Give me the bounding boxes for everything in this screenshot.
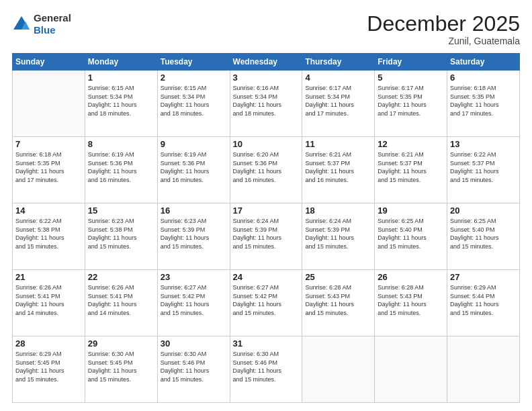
col-saturday: Saturday xyxy=(447,54,520,71)
day-number: 14 xyxy=(15,205,82,216)
table-row: 21Sunrise: 6:26 AM Sunset: 5:41 PM Dayli… xyxy=(13,270,85,336)
day-info: Sunrise: 6:23 AM Sunset: 5:39 PM Dayligh… xyxy=(161,217,227,250)
table-row: 12Sunrise: 6:21 AM Sunset: 5:37 PM Dayli… xyxy=(375,137,447,203)
table-row xyxy=(302,336,375,403)
day-number: 11 xyxy=(305,139,371,149)
col-wednesday: Wednesday xyxy=(230,54,302,71)
page: General Blue December 2025 Zunil, Guatem… xyxy=(0,0,532,411)
day-info: Sunrise: 6:15 AM Sunset: 5:34 PM Dayligh… xyxy=(88,84,154,118)
day-number: 3 xyxy=(233,73,300,83)
calendar-header-row: Sunday Monday Tuesday Wednesday Thursday… xyxy=(13,54,520,71)
logo-text: General Blue xyxy=(34,12,71,36)
day-info: Sunrise: 6:28 AM Sunset: 5:43 PM Dayligh… xyxy=(305,283,371,317)
col-thursday: Thursday xyxy=(302,54,375,71)
day-info: Sunrise: 6:18 AM Sunset: 5:35 PM Dayligh… xyxy=(15,150,82,184)
day-number: 17 xyxy=(233,205,300,216)
table-row: 30Sunrise: 6:30 AM Sunset: 5:46 PM Dayli… xyxy=(157,336,230,403)
header: General Blue December 2025 Zunil, Guatem… xyxy=(12,12,520,46)
day-info: Sunrise: 6:28 AM Sunset: 5:43 PM Dayligh… xyxy=(378,283,444,317)
day-number: 18 xyxy=(305,205,371,216)
table-row: 18Sunrise: 6:24 AM Sunset: 5:39 PM Dayli… xyxy=(302,203,375,270)
table-row: 26Sunrise: 6:28 AM Sunset: 5:43 PM Dayli… xyxy=(375,270,447,336)
day-number: 28 xyxy=(15,338,82,349)
logo-general: General xyxy=(34,12,71,24)
day-info: Sunrise: 6:29 AM Sunset: 5:44 PM Dayligh… xyxy=(450,283,517,317)
col-tuesday: Tuesday xyxy=(157,54,230,71)
calendar-week-row: 21Sunrise: 6:26 AM Sunset: 5:41 PM Dayli… xyxy=(13,270,520,336)
table-row: 22Sunrise: 6:26 AM Sunset: 5:41 PM Dayli… xyxy=(85,270,157,336)
day-number: 25 xyxy=(305,272,371,282)
day-info: Sunrise: 6:17 AM Sunset: 5:35 PM Dayligh… xyxy=(378,84,444,118)
table-row: 25Sunrise: 6:28 AM Sunset: 5:43 PM Dayli… xyxy=(302,270,375,336)
table-row: 9Sunrise: 6:19 AM Sunset: 5:36 PM Daylig… xyxy=(157,137,230,203)
logo-blue: Blue xyxy=(34,24,56,36)
day-number: 4 xyxy=(305,73,371,83)
table-row: 1Sunrise: 6:15 AM Sunset: 5:34 PM Daylig… xyxy=(85,71,157,137)
day-number: 7 xyxy=(15,139,82,149)
day-info: Sunrise: 6:27 AM Sunset: 5:42 PM Dayligh… xyxy=(233,283,300,317)
day-info: Sunrise: 6:19 AM Sunset: 5:36 PM Dayligh… xyxy=(88,150,154,184)
table-row xyxy=(447,336,520,403)
day-info: Sunrise: 6:24 AM Sunset: 5:39 PM Dayligh… xyxy=(233,217,300,250)
day-info: Sunrise: 6:30 AM Sunset: 5:46 PM Dayligh… xyxy=(233,350,300,383)
day-info: Sunrise: 6:30 AM Sunset: 5:45 PM Dayligh… xyxy=(88,350,154,383)
day-number: 13 xyxy=(450,139,517,149)
table-row: 3Sunrise: 6:16 AM Sunset: 5:34 PM Daylig… xyxy=(230,71,302,137)
table-row: 11Sunrise: 6:21 AM Sunset: 5:37 PM Dayli… xyxy=(302,137,375,203)
day-info: Sunrise: 6:26 AM Sunset: 5:41 PM Dayligh… xyxy=(15,283,82,317)
logo: General Blue xyxy=(12,12,71,36)
day-info: Sunrise: 6:29 AM Sunset: 5:45 PM Dayligh… xyxy=(15,350,82,383)
day-number: 5 xyxy=(378,73,444,83)
day-number: 21 xyxy=(15,272,82,282)
day-info: Sunrise: 6:25 AM Sunset: 5:40 PM Dayligh… xyxy=(450,217,517,250)
table-row: 16Sunrise: 6:23 AM Sunset: 5:39 PM Dayli… xyxy=(157,203,230,270)
day-info: Sunrise: 6:21 AM Sunset: 5:37 PM Dayligh… xyxy=(378,150,444,184)
table-row: 31Sunrise: 6:30 AM Sunset: 5:46 PM Dayli… xyxy=(230,336,302,403)
table-row: 23Sunrise: 6:27 AM Sunset: 5:42 PM Dayli… xyxy=(157,270,230,336)
day-number: 9 xyxy=(161,139,227,149)
col-sunday: Sunday xyxy=(13,54,85,71)
table-row: 2Sunrise: 6:15 AM Sunset: 5:34 PM Daylig… xyxy=(157,71,230,137)
day-info: Sunrise: 6:30 AM Sunset: 5:46 PM Dayligh… xyxy=(161,350,227,383)
day-info: Sunrise: 6:22 AM Sunset: 5:38 PM Dayligh… xyxy=(15,217,82,250)
day-info: Sunrise: 6:24 AM Sunset: 5:39 PM Dayligh… xyxy=(305,217,371,250)
day-info: Sunrise: 6:27 AM Sunset: 5:42 PM Dayligh… xyxy=(161,283,227,317)
day-number: 1 xyxy=(88,73,154,83)
table-row xyxy=(375,336,447,403)
day-number: 19 xyxy=(378,205,444,216)
table-row: 14Sunrise: 6:22 AM Sunset: 5:38 PM Dayli… xyxy=(13,203,85,270)
day-number: 12 xyxy=(378,139,444,149)
table-row: 6Sunrise: 6:18 AM Sunset: 5:35 PM Daylig… xyxy=(447,71,520,137)
table-row: 13Sunrise: 6:22 AM Sunset: 5:37 PM Dayli… xyxy=(447,137,520,203)
table-row: 27Sunrise: 6:29 AM Sunset: 5:44 PM Dayli… xyxy=(447,270,520,336)
day-info: Sunrise: 6:25 AM Sunset: 5:40 PM Dayligh… xyxy=(378,217,444,250)
table-row: 20Sunrise: 6:25 AM Sunset: 5:40 PM Dayli… xyxy=(447,203,520,270)
day-number: 16 xyxy=(161,205,227,216)
day-info: Sunrise: 6:18 AM Sunset: 5:35 PM Dayligh… xyxy=(450,84,517,118)
day-number: 29 xyxy=(88,338,154,349)
calendar-week-row: 28Sunrise: 6:29 AM Sunset: 5:45 PM Dayli… xyxy=(13,336,520,403)
table-row: 7Sunrise: 6:18 AM Sunset: 5:35 PM Daylig… xyxy=(13,137,85,203)
table-row: 19Sunrise: 6:25 AM Sunset: 5:40 PM Dayli… xyxy=(375,203,447,270)
month-title: December 2025 xyxy=(367,12,520,36)
title-block: December 2025 Zunil, Guatemala xyxy=(367,12,520,46)
calendar-week-row: 14Sunrise: 6:22 AM Sunset: 5:38 PM Dayli… xyxy=(13,203,520,270)
day-number: 15 xyxy=(88,205,154,216)
day-info: Sunrise: 6:20 AM Sunset: 5:36 PM Dayligh… xyxy=(233,150,300,184)
day-info: Sunrise: 6:23 AM Sunset: 5:38 PM Dayligh… xyxy=(88,217,154,250)
day-number: 22 xyxy=(88,272,154,282)
day-info: Sunrise: 6:21 AM Sunset: 5:37 PM Dayligh… xyxy=(305,150,371,184)
table-row: 10Sunrise: 6:20 AM Sunset: 5:36 PM Dayli… xyxy=(230,137,302,203)
calendar-week-row: 7Sunrise: 6:18 AM Sunset: 5:35 PM Daylig… xyxy=(13,137,520,203)
day-number: 6 xyxy=(450,73,517,83)
col-monday: Monday xyxy=(85,54,157,71)
table-row: 17Sunrise: 6:24 AM Sunset: 5:39 PM Dayli… xyxy=(230,203,302,270)
logo-icon xyxy=(12,15,31,34)
day-info: Sunrise: 6:26 AM Sunset: 5:41 PM Dayligh… xyxy=(88,283,154,317)
calendar-table: Sunday Monday Tuesday Wednesday Thursday… xyxy=(12,53,520,403)
table-row: 5Sunrise: 6:17 AM Sunset: 5:35 PM Daylig… xyxy=(375,71,447,137)
table-row: 8Sunrise: 6:19 AM Sunset: 5:36 PM Daylig… xyxy=(85,137,157,203)
day-number: 31 xyxy=(233,338,300,349)
day-number: 20 xyxy=(450,205,517,216)
day-number: 24 xyxy=(233,272,300,282)
